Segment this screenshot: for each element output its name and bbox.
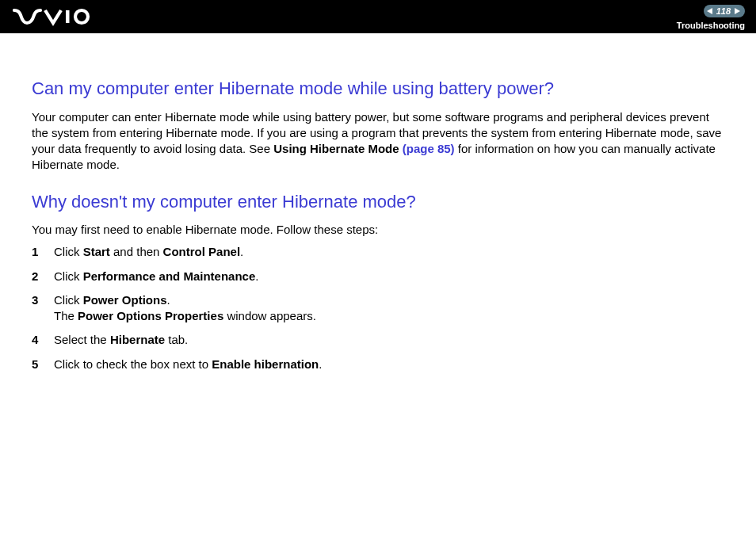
prev-page-icon[interactable]	[707, 8, 712, 14]
text: .	[240, 245, 243, 258]
next-page-icon[interactable]	[735, 8, 740, 14]
page-indicator[interactable]: 118	[704, 5, 745, 17]
step-item: 1 Click Start and then Control Panel.	[32, 244, 724, 260]
step-number: 1	[32, 244, 54, 260]
text: .	[167, 293, 170, 307]
steps-list: 1 Click Start and then Control Panel. 2 …	[32, 244, 724, 372]
text-bold: Enable hibernation	[212, 357, 319, 371]
page-number: 118	[715, 6, 732, 16]
step-item: 5 Click to check the box next to Enable …	[32, 357, 724, 372]
text: tab.	[165, 333, 188, 346]
link-page-ref[interactable]: (page 85)	[403, 142, 455, 155]
text: .	[319, 357, 322, 371]
breadcrumb[interactable]: Troubleshooting	[677, 21, 745, 30]
text-bold: Power Options	[83, 293, 167, 307]
page-content: Can my computer enter Hibernate mode whi…	[0, 33, 756, 396]
text: Click	[54, 269, 83, 283]
svg-rect-0	[66, 10, 70, 23]
section1-paragraph: Your computer can enter Hibernate mode w…	[32, 109, 724, 174]
text-bold: Hibernate	[110, 333, 165, 346]
step-body: Click Power Options. The Power Options P…	[54, 292, 724, 325]
text: Click	[54, 293, 83, 307]
step-body: Select the Hibernate tab.	[54, 332, 724, 348]
step-item: 2 Click Performance and Maintenance.	[32, 269, 724, 284]
text: window appears.	[223, 309, 316, 322]
header-bar: 118 Troubleshooting	[0, 0, 756, 33]
section2-intro: You may first need to enable Hibernate m…	[32, 222, 724, 238]
step-item: 4 Select the Hibernate tab.	[32, 332, 724, 348]
header-right: 118 Troubleshooting	[677, 3, 745, 30]
step-number: 4	[32, 332, 54, 348]
link-label[interactable]: Using Hibernate Mode	[273, 142, 399, 155]
step-body: Click Start and then Control Panel.	[54, 244, 724, 260]
section1-heading: Can my computer enter Hibernate mode whi…	[32, 78, 724, 100]
text: and then	[110, 245, 163, 258]
text-bold: Power Options Properties	[78, 309, 223, 322]
text-bold: Start	[83, 245, 110, 258]
text: Click to check the box next to	[54, 357, 212, 371]
text: Select the	[54, 333, 110, 346]
text: .	[255, 269, 258, 283]
section2-heading: Why doesn't my computer enter Hibernate …	[32, 191, 724, 213]
step-body: Click to check the box next to Enable hi…	[54, 357, 724, 372]
vaio-logo	[13, 7, 92, 26]
text: Click	[54, 245, 83, 258]
step-body: Click Performance and Maintenance.	[54, 269, 724, 284]
text-bold: Control Panel	[163, 245, 241, 258]
step-number: 2	[32, 269, 54, 284]
text-bold: Performance and Maintenance	[83, 269, 256, 283]
step-number: 3	[32, 292, 54, 308]
text: The	[54, 309, 78, 322]
step-number: 5	[32, 357, 54, 372]
step-item: 3 Click Power Options. The Power Options…	[32, 292, 724, 325]
svg-point-1	[75, 10, 88, 23]
